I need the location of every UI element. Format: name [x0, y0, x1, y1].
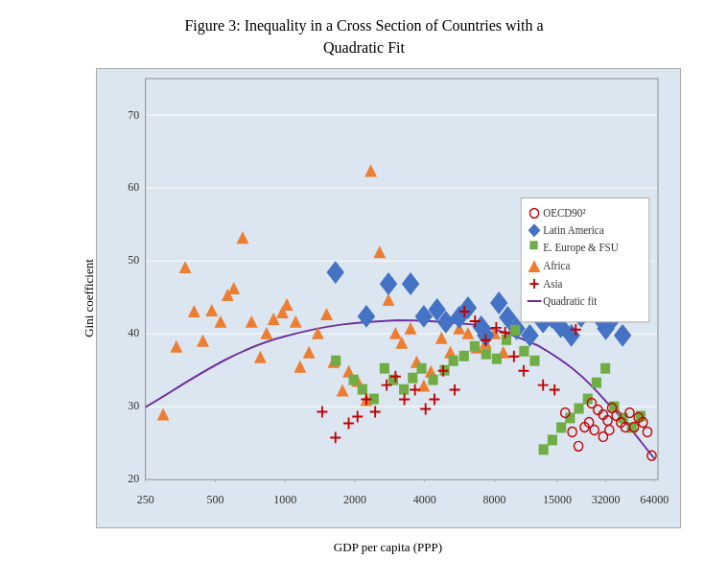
svg-text:4000: 4000 [412, 493, 435, 507]
svg-rect-113 [448, 356, 458, 366]
title-line1: Figure 3: Inequality in a Cross Section … [184, 17, 543, 34]
svg-rect-108 [399, 384, 409, 395]
svg-rect-116 [481, 349, 490, 360]
svg-rect-104 [357, 384, 366, 395]
svg-rect-122 [538, 444, 548, 454]
svg-text:70: 70 [128, 107, 139, 122]
x-axis-label: GDP per capita (PPP) [96, 540, 681, 555]
svg-text:60: 60 [128, 180, 139, 195]
svg-rect-118 [501, 335, 510, 345]
svg-rect-124 [556, 422, 566, 432]
chart-svg: 20 30 40 50 60 70 250 500 [97, 69, 680, 527]
figure-title: Figure 3: Inequality in a Cross Section … [38, 15, 691, 58]
svg-text:E. Europe & FSU: E. Europe & FSU [543, 242, 619, 254]
svg-text:Asia: Asia [543, 278, 562, 290]
figure-container: Figure 3: Inequality in a Cross Section … [19, 6, 710, 576]
svg-rect-102 [331, 356, 341, 366]
svg-text:20: 20 [128, 472, 139, 486]
svg-text:Latin America: Latin America [543, 224, 603, 236]
svg-text:500: 500 [206, 493, 223, 507]
svg-text:30: 30 [128, 399, 139, 413]
svg-rect-120 [519, 346, 528, 357]
svg-text:64000: 64000 [640, 493, 669, 507]
svg-rect-217 [529, 241, 537, 249]
svg-rect-117 [491, 354, 501, 364]
svg-text:1000: 1000 [273, 493, 296, 507]
svg-text:32000: 32000 [591, 493, 620, 507]
y-axis-label: Gini coefficient [81, 259, 96, 338]
svg-rect-115 [469, 341, 479, 352]
svg-text:15000: 15000 [542, 493, 571, 507]
svg-rect-129 [600, 363, 610, 374]
svg-text:OECD90²: OECD90² [543, 207, 586, 219]
svg-text:50: 50 [128, 253, 139, 268]
svg-text:250: 250 [136, 493, 153, 507]
svg-text:8000: 8000 [482, 493, 505, 507]
svg-text:40: 40 [128, 325, 139, 339]
svg-rect-123 [547, 434, 556, 445]
svg-rect-119 [510, 325, 520, 336]
svg-text:Africa: Africa [543, 260, 570, 271]
svg-rect-109 [408, 373, 417, 384]
axis-wrapper: Gini coefficient [96, 68, 681, 528]
svg-rect-111 [428, 375, 437, 385]
svg-rect-103 [348, 375, 358, 385]
chart-area: 20 30 40 50 60 70 250 500 [96, 68, 681, 528]
svg-rect-114 [458, 351, 468, 361]
svg-text:Quadratic fit: Quadratic fit [543, 294, 598, 306]
svg-rect-128 [591, 378, 600, 388]
svg-rect-110 [416, 363, 426, 374]
title-line2: Quadratic Fit [323, 39, 405, 56]
svg-rect-106 [379, 363, 388, 374]
svg-rect-126 [574, 403, 583, 413]
svg-rect-121 [529, 356, 539, 366]
svg-text:2000: 2000 [343, 493, 366, 507]
